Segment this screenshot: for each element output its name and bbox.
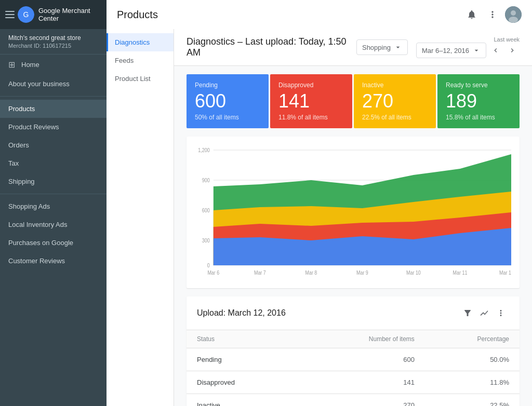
svg-point-7 bbox=[509, 17, 518, 23]
sidebar-item-orders[interactable]: Orders bbox=[0, 136, 107, 154]
stat-disapproved-sub: 11.8% of all items bbox=[278, 114, 344, 121]
sub-nav-feeds[interactable]: Feeds bbox=[107, 51, 174, 70]
app-logo: G bbox=[18, 6, 34, 23]
upload-section: Upload: March 12, 2016 bbox=[187, 296, 520, 406]
chevron-down-icon bbox=[394, 43, 402, 51]
sidebar-item-local-inventory-ads[interactable]: Local Inventory Ads bbox=[0, 215, 107, 234]
filter-icon-button[interactable] bbox=[459, 305, 476, 321]
row-pct: 22.5% bbox=[425, 394, 520, 407]
date-range-dropdown[interactable]: Mar 6–12, 2016 bbox=[416, 43, 486, 58]
app-name: Google Merchant Center bbox=[38, 7, 101, 22]
svg-text:Mar 11: Mar 11 bbox=[453, 270, 468, 276]
sub-sidebar: Diagnostics Feeds Product List bbox=[107, 29, 174, 406]
sidebar-item-about[interactable]: About your business bbox=[0, 75, 107, 93]
stat-card-inactive: Inactive 270 22.5% of all items bbox=[354, 74, 436, 128]
more-icon-button[interactable] bbox=[493, 305, 509, 321]
chart-svg: 1,200 900 600 300 0 M bbox=[195, 145, 511, 280]
next-date-button[interactable] bbox=[505, 43, 520, 58]
stats-cards: Pending 600 50% of all items Disapproved… bbox=[187, 74, 520, 128]
items-table-body: Pending 600 50.0% Disapproved 141 11.8% … bbox=[187, 348, 520, 407]
sidebar-header: G Google Merchant Center bbox=[0, 0, 107, 29]
upload-title: Upload: March 12, 2016 bbox=[197, 308, 459, 318]
sidebar-divider-2 bbox=[0, 194, 107, 194]
stat-ready-value: 189 bbox=[446, 92, 511, 111]
filter-icon bbox=[463, 308, 472, 318]
more-options-button[interactable] bbox=[482, 4, 503, 25]
sidebar-item-label: Shopping Ads bbox=[8, 202, 50, 210]
channel-dropdown[interactable]: Shopping bbox=[356, 39, 408, 55]
date-range-label: Last week bbox=[494, 36, 520, 43]
row-status: Pending bbox=[187, 348, 305, 371]
svg-text:Mar 6: Mar 6 bbox=[207, 270, 219, 276]
stat-inactive-value: 270 bbox=[362, 92, 428, 111]
upload-header: Upload: March 12, 2016 bbox=[187, 296, 520, 330]
sidebar-item-shipping[interactable]: Shipping bbox=[0, 172, 107, 191]
sidebar-item-label: Customer Reviews bbox=[8, 257, 65, 265]
items-table: Status Number of items Percentage Pendin… bbox=[187, 330, 520, 406]
sidebar-toggle-button[interactable] bbox=[5, 9, 15, 20]
main-content: Products Diagnostics Feeds Product List bbox=[107, 0, 532, 406]
sidebar-item-purchases-google[interactable]: Purchases on Google bbox=[0, 234, 107, 252]
stat-disapproved-value: 141 bbox=[278, 92, 344, 111]
table-row: Inactive 270 22.5% bbox=[187, 394, 520, 407]
table-header-row: Status Number of items Percentage bbox=[187, 330, 520, 348]
svg-rect-0 bbox=[5, 11, 15, 12]
date-range-control: Last week Mar 6–12, 2016 bbox=[416, 36, 520, 58]
sidebar-divider bbox=[0, 96, 107, 97]
sidebar-item-label: Orders bbox=[8, 141, 29, 149]
stat-inactive-sub: 22.5% of all items bbox=[362, 114, 428, 121]
svg-rect-1 bbox=[5, 14, 15, 15]
stat-pending-value: 600 bbox=[195, 92, 260, 111]
sidebar-item-customer-reviews[interactable]: Customer Reviews bbox=[0, 252, 107, 270]
svg-rect-2 bbox=[5, 17, 15, 18]
grid-icon: ⊞ bbox=[8, 60, 15, 70]
main-panel: Diagnostics – Last upload: Today, 1:50 A… bbox=[174, 29, 532, 406]
row-status: Inactive bbox=[187, 394, 305, 407]
row-status: Disapproved bbox=[187, 371, 305, 394]
prev-date-button[interactable] bbox=[488, 43, 503, 58]
row-items: 600 bbox=[305, 348, 425, 371]
chart-container: 1,200 900 600 300 0 M bbox=[187, 137, 520, 288]
trend-icon-button[interactable] bbox=[476, 305, 493, 321]
avatar[interactable] bbox=[505, 6, 522, 23]
sub-nav-diagnostics[interactable]: Diagnostics bbox=[107, 33, 174, 51]
merchant-id: Merchant ID: 110617215 bbox=[8, 43, 98, 49]
table-row: Pending 600 50.0% bbox=[187, 348, 520, 371]
sub-nav-product-list[interactable]: Product List bbox=[107, 70, 174, 88]
svg-text:600: 600 bbox=[202, 208, 210, 214]
row-items: 141 bbox=[305, 371, 425, 394]
area-chart: 1,200 900 600 300 0 M bbox=[195, 145, 511, 280]
more-vert-icon bbox=[496, 308, 506, 318]
sidebar-item-label: Home bbox=[21, 61, 39, 69]
stat-card-pending: Pending 600 50% of all items bbox=[187, 74, 269, 128]
sidebar-item-product-reviews[interactable]: Product Reviews bbox=[0, 118, 107, 136]
sidebar-item-label: About your business bbox=[8, 80, 70, 88]
sidebar-item-home[interactable]: ⊞ Home bbox=[0, 55, 107, 75]
diagnostics-header: Diagnostics – Last upload: Today, 1:50 A… bbox=[174, 29, 532, 66]
stat-card-ready: Ready to serve 189 15.8% of all items bbox=[437, 74, 520, 128]
channel-value: Shopping bbox=[362, 44, 391, 51]
top-header: Products bbox=[107, 0, 532, 29]
date-range-value: Mar 6–12, 2016 bbox=[422, 47, 469, 55]
table-row: Disapproved 141 11.8% bbox=[187, 371, 520, 394]
svg-text:0: 0 bbox=[207, 263, 210, 269]
sidebar-item-label: Tax bbox=[8, 159, 19, 167]
sidebar-item-label: Product Reviews bbox=[8, 123, 59, 131]
stat-card-disapproved: Disapproved 141 11.8% of all items bbox=[270, 74, 352, 128]
stat-disapproved-label: Disapproved bbox=[278, 82, 344, 89]
sidebar-item-shopping-ads[interactable]: Shopping Ads bbox=[0, 197, 107, 215]
sidebar-item-label: Shipping bbox=[8, 178, 35, 185]
sidebar-item-label: Local Inventory Ads bbox=[8, 221, 67, 228]
sidebar-item-products[interactable]: Products bbox=[0, 100, 107, 118]
stat-inactive-label: Inactive bbox=[362, 82, 428, 89]
trend-icon bbox=[480, 308, 489, 318]
svg-text:Mar 9: Mar 9 bbox=[356, 270, 368, 276]
sidebar-item-label: Products bbox=[8, 105, 35, 113]
notifications-button[interactable] bbox=[461, 4, 482, 25]
channel-selector: Shopping bbox=[356, 39, 408, 55]
sidebar-item-tax[interactable]: Tax bbox=[0, 154, 107, 172]
stat-pending-sub: 50% of all items bbox=[195, 114, 260, 121]
page-title: Products bbox=[117, 9, 461, 21]
svg-text:Mar 8: Mar 8 bbox=[305, 270, 317, 276]
stat-ready-sub: 15.8% of all items bbox=[446, 114, 511, 121]
